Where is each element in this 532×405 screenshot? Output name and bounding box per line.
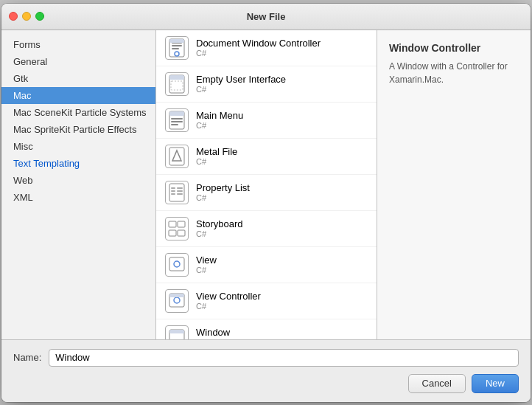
svg-rect-11 bbox=[171, 118, 183, 120]
sidebar-item-mac-spritekit-particle-effects[interactable]: Mac SpriteKit Particle Effects bbox=[1, 121, 155, 138]
file-list: Document Window ControllerC#Empty User I… bbox=[156, 30, 377, 339]
svg-rect-17 bbox=[171, 187, 175, 189]
file-list-item[interactable]: Document Window ControllerC# bbox=[156, 30, 377, 66]
close-button[interactable] bbox=[9, 12, 18, 21]
file-item-title: Document Window Controller bbox=[196, 38, 321, 49]
cancel-button[interactable]: Cancel bbox=[408, 374, 466, 393]
file-item-subtitle: C# bbox=[196, 266, 217, 274]
svg-rect-19 bbox=[171, 190, 175, 192]
detail-title: Window Controller bbox=[389, 42, 519, 54]
detail-panel: Window Controller A Window with a Contro… bbox=[377, 30, 531, 339]
actions-row: Cancel New bbox=[1, 370, 531, 402]
content-area: FormsGeneralGtkMacMac SceneKit Particle … bbox=[1, 30, 531, 339]
svg-rect-3 bbox=[172, 48, 179, 49]
svg-rect-23 bbox=[169, 221, 176, 227]
file-item-title: Window bbox=[196, 327, 230, 338]
traffic-lights bbox=[9, 12, 44, 21]
file-list-item[interactable]: WindowC# bbox=[156, 319, 377, 339]
file-item-subtitle: C# bbox=[196, 229, 243, 238]
titlebar: New File bbox=[1, 4, 531, 30]
file-item-subtitle: C# bbox=[196, 85, 286, 94]
file-type-icon bbox=[165, 181, 189, 204]
sidebar-item-mac-scenekit-particle-systems[interactable]: Mac SceneKit Particle Systems bbox=[1, 104, 155, 121]
file-item-title: View bbox=[196, 255, 217, 266]
file-item-title: View Controller bbox=[196, 291, 261, 302]
sidebar-item-general[interactable]: General bbox=[1, 53, 155, 70]
svg-rect-10 bbox=[169, 111, 184, 116]
sidebar-item-misc[interactable]: Misc bbox=[1, 138, 155, 155]
svg-rect-25 bbox=[169, 230, 176, 236]
maximize-button[interactable] bbox=[35, 12, 44, 21]
new-button[interactable]: New bbox=[472, 374, 519, 393]
file-item-info: Document Window ControllerC# bbox=[196, 38, 321, 58]
file-list-item[interactable]: Empty User InterfaceC# bbox=[156, 66, 377, 103]
file-item-title: Main Menu bbox=[196, 110, 243, 121]
file-item-subtitle: C# bbox=[196, 121, 243, 130]
file-item-info: Main MenuC# bbox=[196, 110, 243, 130]
file-item-title: Property List bbox=[196, 182, 250, 193]
svg-rect-26 bbox=[178, 230, 185, 236]
name-row: Name: bbox=[1, 340, 531, 370]
svg-rect-18 bbox=[177, 187, 183, 189]
name-label: Name: bbox=[13, 352, 41, 363]
file-item-subtitle: C# bbox=[196, 193, 250, 202]
svg-rect-22 bbox=[177, 193, 183, 195]
svg-rect-2 bbox=[172, 45, 182, 46]
sidebar-item-web[interactable]: Web bbox=[1, 172, 155, 189]
file-type-icon bbox=[165, 325, 189, 339]
file-item-info: Empty User InterfaceC# bbox=[196, 74, 286, 94]
file-item-subtitle: C# bbox=[196, 302, 261, 311]
svg-rect-31 bbox=[169, 294, 184, 297]
sidebar-item-text-templating[interactable]: Text Templating bbox=[1, 155, 155, 172]
file-item-info: WindowC# bbox=[196, 327, 230, 339]
file-type-icon bbox=[165, 108, 189, 132]
file-item-title: Storyboard bbox=[196, 218, 243, 229]
svg-rect-27 bbox=[169, 257, 184, 271]
bottom-section: Name: Cancel New bbox=[1, 339, 531, 402]
file-list-item[interactable]: Property ListC# bbox=[156, 175, 377, 211]
svg-rect-13 bbox=[171, 124, 178, 125]
file-item-title: Empty User Interface bbox=[196, 74, 286, 85]
sidebar-item-xml[interactable]: XML bbox=[1, 189, 155, 206]
window-title: New File bbox=[247, 11, 286, 22]
file-type-icon bbox=[165, 145, 189, 168]
file-type-icon bbox=[165, 72, 189, 96]
sidebar-item-mac[interactable]: Mac bbox=[1, 87, 155, 104]
sidebar-item-gtk[interactable]: Gtk bbox=[1, 70, 155, 87]
main-window: New File FormsGeneralGtkMacMac SceneKit … bbox=[1, 4, 531, 402]
svg-rect-20 bbox=[177, 190, 183, 192]
file-item-info: StoryboardC# bbox=[196, 218, 243, 238]
file-item-info: Property ListC# bbox=[196, 182, 250, 202]
sidebar: FormsGeneralGtkMacMac SceneKit Particle … bbox=[1, 30, 156, 339]
svg-rect-5 bbox=[169, 39, 184, 43]
file-item-subtitle: C# bbox=[196, 157, 237, 166]
file-item-title: Metal File bbox=[196, 146, 237, 157]
file-list-item[interactable]: Metal FileC# bbox=[156, 139, 377, 175]
minimize-button[interactable] bbox=[22, 12, 31, 21]
file-item-subtitle: C# bbox=[196, 49, 321, 58]
file-item-info: View ControllerC# bbox=[196, 291, 261, 311]
svg-rect-33 bbox=[169, 330, 184, 333]
file-item-info: Metal FileC# bbox=[196, 146, 237, 166]
file-type-icon bbox=[165, 289, 189, 313]
file-list-item[interactable]: View ControllerC# bbox=[156, 283, 377, 319]
file-list-item[interactable]: StoryboardC# bbox=[156, 211, 377, 247]
file-list-item[interactable]: Main MenuC# bbox=[156, 103, 377, 139]
svg-rect-12 bbox=[171, 121, 183, 122]
file-item-info: ViewC# bbox=[196, 255, 217, 274]
svg-rect-16 bbox=[169, 184, 184, 201]
sidebar-item-forms[interactable]: Forms bbox=[1, 36, 155, 53]
svg-rect-21 bbox=[171, 193, 175, 195]
svg-rect-24 bbox=[178, 221, 185, 227]
name-input[interactable] bbox=[49, 349, 519, 367]
file-type-icon bbox=[165, 36, 189, 60]
file-list-item[interactable]: ViewC# bbox=[156, 247, 377, 283]
file-type-icon bbox=[165, 217, 189, 240]
detail-description: A Window with a Controller for Xamarin.M… bbox=[389, 60, 519, 86]
svg-rect-7 bbox=[169, 75, 184, 80]
file-type-icon bbox=[165, 253, 189, 277]
